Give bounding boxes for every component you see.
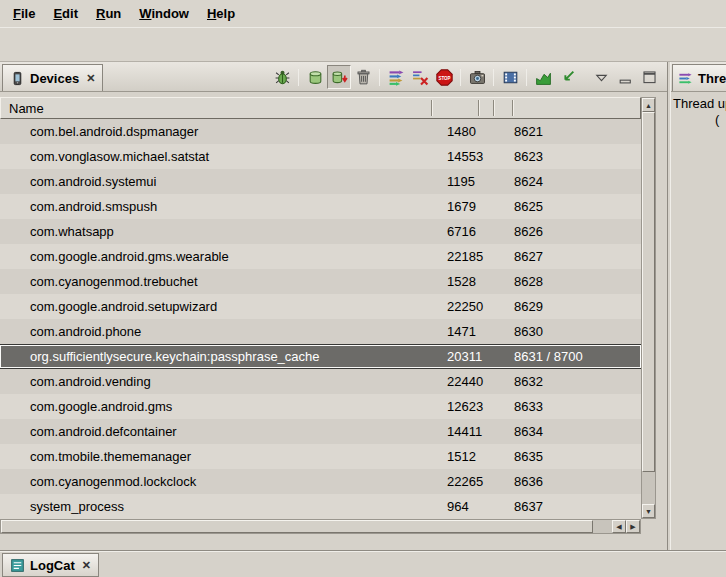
process-pid: 14553 [447, 149, 483, 164]
menu-window[interactable]: Window [130, 2, 198, 25]
devices-toolbar: STOP [270, 65, 661, 89]
maximize-button[interactable] [637, 65, 661, 89]
devices-tab-label: Devices [30, 71, 79, 86]
table-row[interactable]: com.whatsapp 6716 8626 [0, 219, 641, 244]
scroll-down-button[interactable]: ▼ [642, 504, 655, 518]
menu-help[interactable]: Help [198, 2, 244, 25]
process-port: 8635 [514, 449, 543, 464]
stop-process-icon: STOP [436, 69, 453, 86]
method-profiling-button[interactable] [555, 65, 579, 89]
table-header[interactable]: Name [0, 97, 641, 119]
tab-logcat[interactable]: LogCat ✕ [2, 553, 99, 577]
process-port: 8636 [514, 474, 543, 489]
process-pid: 20311 [447, 349, 482, 364]
update-heap-button[interactable] [303, 65, 327, 89]
logcat-tab-label: LogCat [30, 558, 75, 573]
devices-view: Devices ✕ [0, 62, 668, 550]
device-icon [10, 71, 25, 86]
devices-tabbar: Devices ✕ [0, 62, 667, 92]
dump-hprof-button[interactable] [327, 65, 351, 89]
scroll-right-button[interactable]: ▶ [626, 520, 640, 533]
table-row[interactable]: com.google.android.gms.wearable 22185 86… [0, 244, 641, 269]
horizontal-scroll-thumb[interactable] [1, 520, 593, 533]
scroll-up-button[interactable]: ▲ [642, 98, 655, 112]
screen-record-button[interactable] [498, 65, 522, 89]
process-pid: 1480 [447, 124, 476, 139]
minimize-button[interactable] [613, 65, 637, 89]
menu-file[interactable]: File [4, 2, 44, 25]
process-name: com.google.android.gms.wearable [30, 249, 229, 264]
process-port: 8633 [514, 399, 543, 414]
table-row[interactable]: com.bel.android.dspmanager 1480 8621 [0, 119, 641, 144]
process-port: 8629 [514, 299, 543, 314]
main-area: Devices ✕ [0, 62, 726, 550]
table-row[interactable]: system_process 964 8637 [0, 494, 641, 519]
process-pid: 1512 [447, 449, 476, 464]
menu-run[interactable]: Run [87, 2, 130, 25]
threads-message-continued: ( [715, 112, 719, 127]
toolbar-separator [298, 69, 299, 86]
table-row[interactable]: com.vonglasow.michael.satstat 14553 8623 [0, 144, 641, 169]
screen-capture-button[interactable] [465, 65, 489, 89]
process-pid: 1528 [447, 274, 476, 289]
dump-hprof-icon [331, 69, 348, 86]
debug-button[interactable] [270, 65, 294, 89]
menu-edit[interactable]: Edit [44, 2, 87, 25]
vertical-scrollbar[interactable]: ▲ ▼ [641, 97, 656, 519]
process-port: 8625 [514, 199, 543, 214]
column-separator[interactable] [493, 100, 495, 116]
table-row[interactable]: com.cyanogenmod.lockclock 22265 8636 [0, 469, 641, 494]
table-row[interactable]: com.android.defcontainer 14411 8634 [0, 419, 641, 444]
process-port: 8631 / 8700 [514, 349, 583, 364]
stop-threads-button[interactable] [408, 65, 432, 89]
sysinfo-button[interactable] [531, 65, 555, 89]
table-row[interactable]: com.android.phone 1471 8630 [0, 319, 641, 344]
process-port: 8627 [514, 249, 543, 264]
logcat-tab-close-icon[interactable]: ✕ [80, 559, 91, 572]
screen-capture-icon [469, 69, 486, 86]
table-row[interactable]: com.google.android.setupwizard 22250 862… [0, 294, 641, 319]
column-separator[interactable] [431, 100, 433, 116]
process-pid: 1679 [447, 199, 476, 214]
process-pid: 964 [447, 499, 469, 514]
maximize-icon [641, 69, 658, 86]
process-port: 8634 [514, 424, 543, 439]
table-row[interactable]: com.android.vending 22440 8632 [0, 369, 641, 394]
column-separator[interactable] [512, 100, 514, 116]
column-separator[interactable] [478, 100, 480, 116]
vertical-scroll-thumb[interactable] [642, 112, 655, 472]
table-row[interactable]: org.sufficientlysecure.keychain:passphra… [0, 344, 641, 369]
table-row[interactable]: com.tmobile.thememanager 1512 8635 [0, 444, 641, 469]
table-row[interactable]: com.android.systemui 1195 8624 [0, 169, 641, 194]
process-name: org.sufficientlysecure.keychain:passphra… [30, 349, 320, 364]
tab-devices[interactable]: Devices ✕ [2, 64, 103, 91]
tab-threads[interactable]: Threads [672, 64, 726, 91]
toolbar-separator [460, 69, 461, 86]
horizontal-scrollbar[interactable]: ◀ ▶ [0, 519, 641, 534]
update-heap-icon [307, 69, 324, 86]
toolbar-separator [526, 69, 527, 86]
main-toolbar [0, 27, 726, 62]
table-row[interactable]: com.cyanogenmod.trebuchet 1528 8628 [0, 269, 641, 294]
process-port: 8621 [514, 124, 543, 139]
process-name: com.android.vending [30, 374, 151, 389]
process-pid: 14411 [447, 424, 482, 439]
scroll-left-button[interactable]: ◀ [612, 520, 626, 533]
view-menu-button[interactable] [589, 65, 613, 89]
device-table-body: com.bel.android.dspmanager 1480 8621 com… [0, 119, 641, 519]
devices-tab-close-icon[interactable]: ✕ [84, 72, 95, 85]
process-port: 8624 [514, 174, 543, 189]
update-threads-button[interactable] [384, 65, 408, 89]
cause-gc-button[interactable] [351, 65, 375, 89]
name-column-header[interactable]: Name [9, 101, 44, 116]
update-threads-icon [388, 69, 405, 86]
table-row[interactable]: com.android.smspush 1679 8625 [0, 194, 641, 219]
process-name: com.android.phone [30, 324, 141, 339]
stop-process-button[interactable]: STOP [432, 65, 456, 89]
process-pid: 12623 [447, 399, 483, 414]
process-port: 8632 [514, 374, 543, 389]
threads-tab-label: Threads [698, 71, 726, 86]
table-row[interactable]: com.google.android.gms 12623 8633 [0, 394, 641, 419]
process-pid: 1195 [447, 174, 475, 189]
process-name: com.whatsapp [30, 224, 114, 239]
